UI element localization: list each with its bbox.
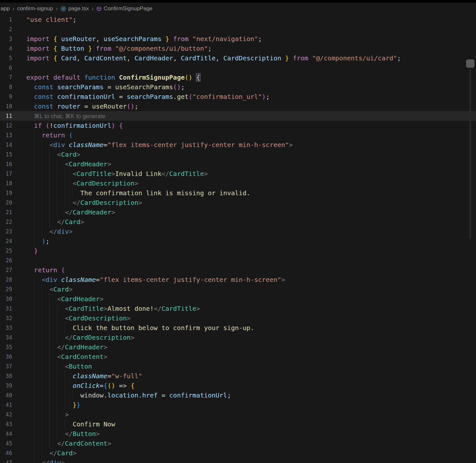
code-line-45[interactable]: 45 </CardContent> [0, 439, 476, 448]
code-line-25[interactable]: 25 } [0, 246, 476, 256]
line-number[interactable]: 7 [0, 73, 12, 82]
code-line-29[interactable]: 29 <Card> [0, 284, 476, 294]
code-line-43[interactable]: 43 Confirm Now [0, 419, 476, 429]
code-line-7[interactable]: 7export default function ConfirmSignupPa… [0, 73, 476, 82]
code-line-24[interactable]: 24 ); [0, 236, 476, 246]
code-line-21[interactable]: 21 </CardHeader> [0, 207, 476, 217]
code-line-37[interactable]: 37 <Button [0, 362, 476, 371]
code-line-8[interactable]: 8 const searchParams = useSearchParams()… [0, 82, 476, 92]
code-line-10[interactable]: 10 const router = useRouter(); [0, 101, 476, 111]
line-number[interactable]: 47 [0, 458, 12, 463]
code-line-11[interactable]: 11 ⌘L to chat, ⌘K to generate [0, 111, 476, 121]
code-line-44[interactable]: 44 </Button> [0, 429, 476, 439]
code-line-3[interactable]: 3import { useRouter, useSearchParams } f… [0, 34, 476, 44]
code-line-36[interactable]: 36 <CardContent> [0, 352, 476, 362]
line-number[interactable]: 25 [0, 246, 12, 256]
line-number[interactable]: 1 [0, 15, 12, 24]
code-line-19[interactable]: 19 The confirmation link is missing or i… [0, 188, 476, 198]
code-line-30[interactable]: 30 <CardHeader> [0, 294, 476, 304]
code-line-1[interactable]: 1"use client"; [0, 15, 476, 24]
line-number[interactable]: 6 [0, 63, 12, 73]
code-line-17[interactable]: 17 <CardTitle>Invalid Link</CardTitle> [0, 169, 476, 179]
code-line-42[interactable]: 42 > [0, 410, 476, 419]
code-line-46[interactable]: 46 </Card> [0, 448, 476, 458]
line-number[interactable]: 42 [0, 410, 12, 419]
line-number[interactable]: 5 [0, 53, 12, 63]
line-number[interactable]: 13 [0, 130, 12, 140]
line-number[interactable]: 33 [0, 323, 12, 333]
code-line-4[interactable]: 4import { Button } from "@/components/ui… [0, 44, 476, 53]
line-number[interactable]: 11 [0, 111, 12, 121]
line-number[interactable]: 3 [0, 34, 12, 44]
code-line-26[interactable]: 26 [0, 256, 476, 265]
code-line-38[interactable]: 38 className="w-full" [0, 371, 476, 381]
code-line-2[interactable]: 2 [0, 24, 476, 34]
code-line-13[interactable]: 13 return ( [0, 130, 476, 140]
code-line-6[interactable]: 6 [0, 63, 476, 73]
line-number[interactable]: 20 [0, 198, 12, 207]
code-line-34[interactable]: 34 </CardDescription> [0, 333, 476, 342]
line-number[interactable]: 43 [0, 419, 12, 429]
code-line-5[interactable]: 5import { Card, CardContent, CardHeader,… [0, 53, 476, 63]
code-line-32[interactable]: 32 <CardDescription> [0, 313, 476, 323]
line-number[interactable]: 22 [0, 217, 12, 227]
line-number[interactable]: 8 [0, 82, 12, 92]
code-line-20[interactable]: 20 </CardDescription> [0, 198, 476, 207]
line-number[interactable]: 14 [0, 140, 12, 150]
code-line-14[interactable]: 14 <div className="flex items-center jus… [0, 140, 476, 150]
breadcrumb-item-page.tsx[interactable]: page.tsx [60, 5, 89, 12]
line-number[interactable]: 16 [0, 159, 12, 169]
breadcrumb-item-app[interactable]: app [1, 5, 10, 12]
code-line-16[interactable]: 16 <CardHeader> [0, 159, 476, 169]
scrollbar-thumb[interactable] [466, 59, 474, 68]
code-line-40[interactable]: 40 window.location.href = confirmationUr… [0, 390, 476, 400]
code-line-33[interactable]: 33 Click the button below to confirm you… [0, 323, 476, 333]
line-number[interactable]: 38 [0, 371, 12, 381]
code-line-41[interactable]: 41 }} [0, 400, 476, 410]
line-number[interactable]: 24 [0, 236, 12, 246]
code-line-12[interactable]: 12 if (!confirmationUrl) { [0, 121, 476, 130]
breadcrumb-item-confirm-signup[interactable]: confirm-signup [17, 5, 53, 12]
line-number[interactable]: 37 [0, 362, 12, 371]
line-number[interactable]: 28 [0, 275, 12, 284]
line-number[interactable]: 45 [0, 439, 12, 448]
code-line-39[interactable]: 39 onClick={() => { [0, 381, 476, 390]
line-number[interactable]: 18 [0, 179, 12, 188]
code-line-35[interactable]: 35 </CardHeader> [0, 342, 476, 352]
line-number[interactable]: 26 [0, 256, 12, 265]
line-number[interactable]: 9 [0, 92, 12, 101]
line-number[interactable]: 46 [0, 448, 12, 458]
code-line-22[interactable]: 22 </Card> [0, 217, 476, 227]
code-line-31[interactable]: 31 <CardTitle>Almost done!</CardTitle> [0, 304, 476, 313]
code-line-28[interactable]: 28 <div className="flex items-center jus… [0, 275, 476, 284]
line-number[interactable]: 2 [0, 24, 12, 34]
line-number[interactable]: 19 [0, 188, 12, 198]
line-number[interactable]: 17 [0, 169, 12, 179]
line-number[interactable]: 31 [0, 304, 12, 313]
code-line-9[interactable]: 9 const confirmationUrl = searchParams.g… [0, 92, 476, 101]
line-number[interactable]: 40 [0, 390, 12, 400]
line-number[interactable]: 41 [0, 400, 12, 410]
line-number[interactable]: 35 [0, 342, 12, 352]
breadcrumb-item-confirmsignuppage[interactable]: ConfirmSignupPage [96, 5, 152, 12]
line-number[interactable]: 15 [0, 150, 12, 159]
line-number[interactable]: 30 [0, 294, 12, 304]
code-line-27[interactable]: 27 return ( [0, 265, 476, 275]
line-number[interactable]: 36 [0, 352, 12, 362]
line-number[interactable]: 10 [0, 101, 12, 111]
line-number[interactable]: 44 [0, 429, 12, 439]
code-line-47[interactable]: 47 </div> [0, 458, 476, 463]
line-number[interactable]: 32 [0, 313, 12, 323]
code-line-15[interactable]: 15 <Card> [0, 150, 476, 159]
line-number[interactable]: 23 [0, 227, 12, 236]
code-line-18[interactable]: 18 <CardDescription> [0, 179, 476, 188]
line-number[interactable]: 29 [0, 284, 12, 294]
indent-guide [65, 400, 65, 410]
line-number[interactable]: 4 [0, 44, 12, 53]
line-number[interactable]: 39 [0, 381, 12, 390]
line-number[interactable]: 27 [0, 265, 12, 275]
line-number[interactable]: 34 [0, 333, 12, 342]
line-number[interactable]: 21 [0, 207, 12, 217]
line-number[interactable]: 12 [0, 121, 12, 130]
code-line-23[interactable]: 23 </div> [0, 227, 476, 236]
